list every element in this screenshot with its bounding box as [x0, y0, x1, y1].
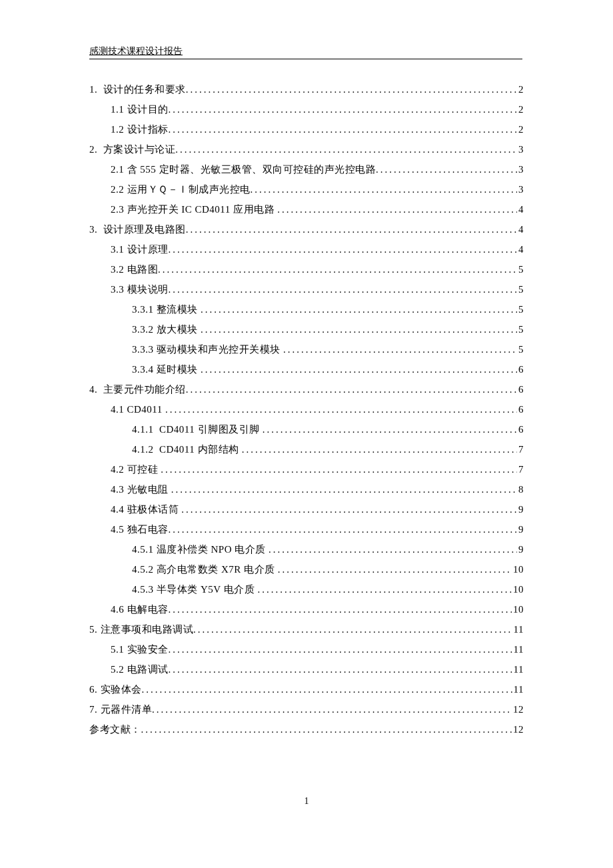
toc-leader — [277, 199, 517, 219]
toc-page: 6 — [517, 379, 524, 399]
toc-label: 5.2 电路调试 — [111, 659, 169, 679]
toc-entry[interactable]: 3.3.4 延时模块 6 — [89, 359, 524, 379]
toc-entry[interactable]: 4.6 电解电容10 — [89, 599, 524, 619]
toc-leader — [269, 539, 517, 559]
toc-label: 3.2 电路图 — [111, 259, 158, 279]
toc-label: 3.1 设计原理 — [111, 239, 169, 259]
toc-leader — [169, 119, 518, 139]
toc-entry[interactable]: 7. 元器件清单12 — [89, 699, 524, 719]
toc-entry[interactable]: 6. 实验体会11 — [89, 679, 524, 699]
toc-entry[interactable]: 4.1.1 CD4011 引脚图及引脚 6 — [89, 419, 524, 439]
toc-leader — [201, 359, 517, 379]
toc-page: 10 — [512, 559, 524, 579]
toc-label: 2. 方案设计与论证 — [89, 139, 175, 159]
toc-entry[interactable]: 3.1 设计原理4 — [89, 239, 524, 259]
toc-entry[interactable]: 4.1.2 CD4011 内部结构 7 — [89, 439, 524, 459]
toc-entry[interactable]: 5. 注意事项和电路调试11 — [89, 619, 524, 639]
toc-entry[interactable]: 4.3 光敏电阻 8 — [89, 479, 524, 499]
toc-label: 3.3 模块说明 — [111, 279, 169, 299]
toc-leader — [193, 619, 512, 639]
toc-page: 9 — [517, 539, 524, 559]
toc-page: 12 — [512, 719, 524, 739]
toc-leader — [186, 219, 517, 239]
toc-page: 3 — [517, 179, 524, 199]
toc-leader — [201, 299, 517, 319]
toc-label: 6. 实验体会 — [89, 679, 142, 699]
toc-entry[interactable]: 4.5.3 半导体类 Y5V 电介质 10 — [89, 579, 524, 599]
toc-page: 11 — [512, 639, 524, 659]
toc-label: 3.3.3 驱动模块和声光控开关模块 — [132, 339, 283, 359]
toc-entry[interactable]: 4.5 独石电容9 — [89, 519, 524, 539]
toc-label: 4.1.1 CD4011 引脚图及引脚 — [132, 419, 263, 439]
toc-page: 5 — [517, 319, 524, 339]
toc-label: 3.3.2 放大模块 — [132, 319, 201, 339]
toc-label: 4.5 独石电容 — [111, 519, 169, 539]
toc-label: 4.1 CD4011 — [111, 399, 165, 419]
toc-page: 2 — [517, 79, 524, 99]
toc-leader — [165, 399, 517, 419]
toc-label: 7. 元器件清单 — [89, 699, 152, 719]
toc-entry[interactable]: 2. 方案设计与论证3 — [89, 139, 524, 159]
toc-label: 4.6 电解电容 — [111, 599, 169, 619]
toc-leader — [142, 679, 512, 699]
toc-entry[interactable]: 4.5.1 温度补偿类 NPO 电介质 9 — [89, 539, 524, 559]
toc-entry[interactable]: 4.4 驻极体话筒 9 — [89, 499, 524, 519]
toc-entry[interactable]: 4.5.2 高介电常数类 X7R 电介质 10 — [89, 559, 524, 579]
toc-page: 4 — [517, 239, 524, 259]
toc-leader — [169, 599, 512, 619]
toc-page: 7 — [517, 439, 524, 459]
toc-entry[interactable]: 3.3 模块说明5 — [89, 279, 524, 299]
toc-entry[interactable]: 4.1 CD4011 6 — [89, 399, 524, 419]
toc-label: 2.2 运用ＹＱ－Ｉ制成声光控电 — [111, 179, 251, 199]
toc-label: 2.1 含 555 定时器、光敏三极管、双向可控硅的声光控电路 — [111, 159, 376, 179]
toc-entry[interactable]: 3.2 电路图5 — [89, 259, 524, 279]
toc-page: 9 — [517, 499, 524, 519]
toc-leader — [152, 699, 512, 719]
toc-page: 11 — [512, 679, 524, 699]
toc-entry[interactable]: 参考文献：12 — [89, 719, 524, 739]
toc-page: 10 — [512, 599, 524, 619]
toc-label: 4. 主要元件功能介绍 — [89, 379, 186, 399]
toc-entry[interactable]: 3. 设计原理及电路图4 — [89, 219, 524, 239]
toc-page: 6 — [517, 399, 524, 419]
toc-entry[interactable]: 1.2 设计指标2 — [89, 119, 524, 139]
toc-label: 参考文献： — [89, 719, 141, 739]
toc-entry[interactable]: 2.1 含 555 定时器、光敏三极管、双向可控硅的声光控电路3 — [89, 159, 524, 179]
toc-leader — [158, 259, 517, 279]
toc-page: 5 — [517, 299, 524, 319]
toc-leader — [283, 339, 517, 359]
toc-leader — [251, 179, 518, 199]
toc-page: 5 — [517, 339, 524, 359]
toc-entry[interactable]: 2.3 声光控开关 IC CD4011 应用电路 4 — [89, 199, 524, 219]
toc-page: 5 — [517, 259, 524, 279]
toc-entry[interactable]: 3.3.1 整流模块 5 — [89, 299, 524, 319]
toc-page: 3 — [517, 139, 524, 159]
toc-leader — [169, 279, 518, 299]
toc-entry[interactable]: 4. 主要元件功能介绍6 — [89, 379, 524, 399]
toc-entry[interactable]: 5.1 实验安全11 — [89, 639, 524, 659]
toc-label: 1. 设计的任务和要求 — [89, 79, 186, 99]
toc-entry[interactable]: 4.2 可控硅 7 — [89, 459, 524, 479]
toc-leader — [257, 579, 512, 599]
toc-page: 12 — [512, 699, 524, 719]
toc-page: 6 — [517, 419, 524, 439]
toc-label: 4.3 光敏电阻 — [111, 479, 171, 499]
toc-leader — [169, 659, 512, 679]
toc-leader — [242, 439, 517, 459]
toc-page: 5 — [517, 279, 524, 299]
toc-label: 3.3.1 整流模块 — [132, 299, 201, 319]
toc-label: 1.1 设计目的 — [111, 99, 169, 119]
toc-leader — [169, 239, 518, 259]
toc-entry[interactable]: 2.2 运用ＹＱ－Ｉ制成声光控电3 — [89, 179, 524, 199]
toc-entry[interactable]: 1.1 设计目的2 — [89, 99, 524, 119]
toc-page: 3 — [517, 159, 524, 179]
toc-entry[interactable]: 5.2 电路调试11 — [89, 659, 524, 679]
toc-leader — [181, 499, 517, 519]
toc-page: 8 — [517, 479, 524, 499]
toc-page: 11 — [512, 659, 524, 679]
toc-page: 2 — [517, 119, 524, 139]
toc-page: 4 — [517, 199, 524, 219]
toc-entry[interactable]: 3.3.2 放大模块 5 — [89, 319, 524, 339]
toc-entry[interactable]: 3.3.3 驱动模块和声光控开关模块 5 — [89, 339, 524, 359]
toc-entry[interactable]: 1. 设计的任务和要求2 — [89, 79, 524, 99]
